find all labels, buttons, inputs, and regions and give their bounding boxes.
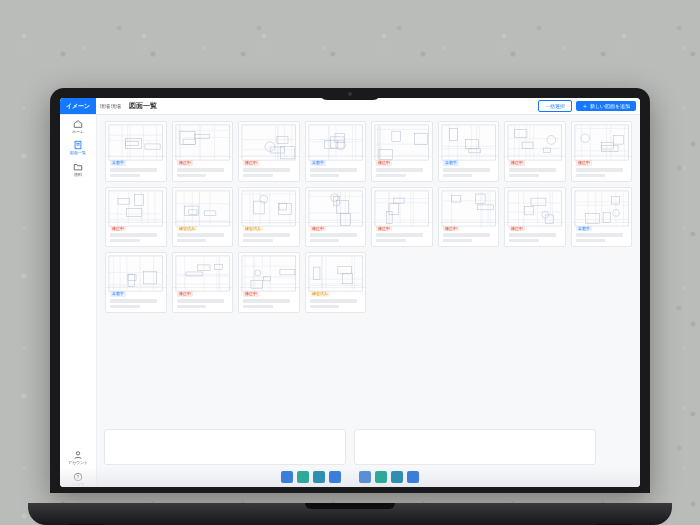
drawing-subtitle-placeholder xyxy=(443,239,473,242)
drawing-thumbnail xyxy=(372,122,432,157)
dock-app[interactable] xyxy=(313,471,325,483)
dock-app[interactable] xyxy=(329,471,341,483)
drawing-thumbnail xyxy=(173,188,233,223)
drawing-subtitle-placeholder xyxy=(243,174,273,177)
laptop-frame: イメーン 現場 現場 図面一覧 一括選択 ＋ 新しい図面を追加 ホーム図面一覧資… xyxy=(50,88,650,525)
svg-rect-37 xyxy=(270,147,284,153)
svg-point-140 xyxy=(260,195,268,203)
svg-rect-100 xyxy=(613,135,623,144)
drawing-subtitle-placeholder xyxy=(310,174,340,177)
svg-rect-87 xyxy=(522,142,533,148)
drawing-card[interactable]: 修正中 xyxy=(504,187,566,248)
drawing-title-placeholder xyxy=(509,233,556,237)
dock-app[interactable] xyxy=(407,471,419,483)
sidebar-item-home[interactable]: ホーム xyxy=(64,119,92,134)
svg-rect-75 xyxy=(468,149,480,153)
home-icon xyxy=(72,119,84,129)
folder-icon xyxy=(72,162,84,172)
svg-point-240 xyxy=(255,270,261,276)
svg-rect-39 xyxy=(280,147,294,159)
sidebar-item-label: 図面一覧 xyxy=(70,151,86,155)
drawing-subtitle-placeholder xyxy=(243,305,273,308)
breadcrumb[interactable]: 現場 現場 xyxy=(100,103,121,109)
add-drawing-button[interactable]: ＋ 新しい図面を追加 xyxy=(576,101,636,111)
drawing-card[interactable]: 未着手 xyxy=(438,121,500,182)
svg-rect-14 xyxy=(125,142,138,146)
drawing-card[interactable]: 未着手 xyxy=(571,187,633,248)
drawing-subtitle-placeholder xyxy=(177,239,207,242)
drawing-thumbnail xyxy=(306,253,366,288)
drawing-card[interactable]: 未着手 xyxy=(305,121,367,182)
svg-rect-202 xyxy=(611,196,620,203)
drawing-card[interactable]: 修正中 xyxy=(504,121,566,182)
svg-point-203 xyxy=(612,209,619,216)
svg-rect-127 xyxy=(204,210,215,215)
drawing-subtitle-placeholder xyxy=(509,174,539,177)
svg-rect-175 xyxy=(477,205,493,210)
drawing-subtitle-placeholder xyxy=(310,239,340,242)
drawing-card[interactable]: 未着手 xyxy=(105,252,167,313)
drawing-subtitle-placeholder xyxy=(509,239,539,242)
dock xyxy=(281,471,419,483)
drawing-title-placeholder xyxy=(177,299,224,303)
drawing-title-placeholder xyxy=(110,168,157,172)
drawing-card[interactable]: 確定済み xyxy=(305,252,367,313)
drawing-card[interactable]: 修正中 xyxy=(438,187,500,248)
dock-app[interactable] xyxy=(375,471,387,483)
bottom-panel-right[interactable] xyxy=(354,429,596,465)
drawing-thumbnail xyxy=(106,122,166,157)
drawing-title-placeholder xyxy=(243,299,290,303)
brand-logo[interactable]: イメーン xyxy=(60,98,96,114)
drawing-title-placeholder xyxy=(576,233,623,237)
svg-rect-64 xyxy=(392,131,401,141)
camera-dot xyxy=(348,92,352,96)
drawing-card[interactable]: 修正中 xyxy=(371,121,433,182)
drawing-subtitle-placeholder xyxy=(376,174,406,177)
svg-rect-115 xyxy=(118,198,130,204)
topbar: イメーン 現場 現場 図面一覧 一括選択 ＋ 新しい図面を追加 xyxy=(60,98,640,115)
svg-rect-77 xyxy=(465,140,478,149)
svg-rect-27 xyxy=(194,134,209,138)
drawing-thumbnail xyxy=(306,188,366,223)
drawing-card[interactable]: 確定済み xyxy=(172,187,234,248)
drawing-thumbnail xyxy=(173,122,233,157)
drawing-card[interactable]: 修正中 xyxy=(105,187,167,248)
drawing-subtitle-placeholder xyxy=(443,174,473,177)
drawing-thumbnail xyxy=(372,188,432,223)
svg-rect-226 xyxy=(185,272,201,276)
dock-app[interactable] xyxy=(281,471,293,483)
drawing-subtitle-placeholder xyxy=(110,174,140,177)
drawing-grid: 未着手修正中修正中未着手修正中未着手修正中修正中修正中確定済み確定済み修正中修正… xyxy=(105,121,632,313)
svg-rect-239 xyxy=(263,277,270,281)
drawing-card[interactable]: 修正中 xyxy=(172,121,234,182)
svg-rect-26 xyxy=(183,139,195,144)
sidebar-item-folder[interactable]: 資料 xyxy=(64,162,92,177)
svg-rect-227 xyxy=(214,265,222,270)
dock-app[interactable] xyxy=(359,471,371,483)
svg-rect-137 xyxy=(279,203,286,210)
sidebar-item-doc[interactable]: 図面一覧 xyxy=(64,140,92,155)
drawing-thumbnail xyxy=(505,188,565,223)
svg-rect-176 xyxy=(451,195,461,202)
drawing-card[interactable]: 確定済み xyxy=(238,187,300,248)
drawing-subtitle-placeholder xyxy=(576,239,606,242)
drawing-thumbnail xyxy=(239,188,299,223)
bottom-area xyxy=(60,425,640,487)
drawing-card[interactable]: 修正中 xyxy=(238,252,300,313)
drawing-card[interactable]: 修正中 xyxy=(172,252,234,313)
bottom-panel-left[interactable] xyxy=(104,429,346,465)
bulk-select-button[interactable]: 一括選択 xyxy=(538,100,572,112)
drawing-card[interactable]: 修正中 xyxy=(571,121,633,182)
svg-rect-166 xyxy=(441,191,495,226)
dock-app[interactable] xyxy=(297,471,309,483)
dock-area xyxy=(60,467,640,487)
svg-point-103 xyxy=(580,134,589,143)
svg-rect-252 xyxy=(313,267,320,279)
drawing-card[interactable]: 修正中 xyxy=(371,187,433,248)
drawing-card[interactable]: 修正中 xyxy=(238,121,300,182)
drawing-card[interactable]: 未着手 xyxy=(105,121,167,182)
svg-rect-78 xyxy=(508,125,562,160)
drawing-card[interactable]: 修正中 xyxy=(305,187,367,248)
dock-app[interactable] xyxy=(391,471,403,483)
svg-rect-25 xyxy=(179,132,194,145)
